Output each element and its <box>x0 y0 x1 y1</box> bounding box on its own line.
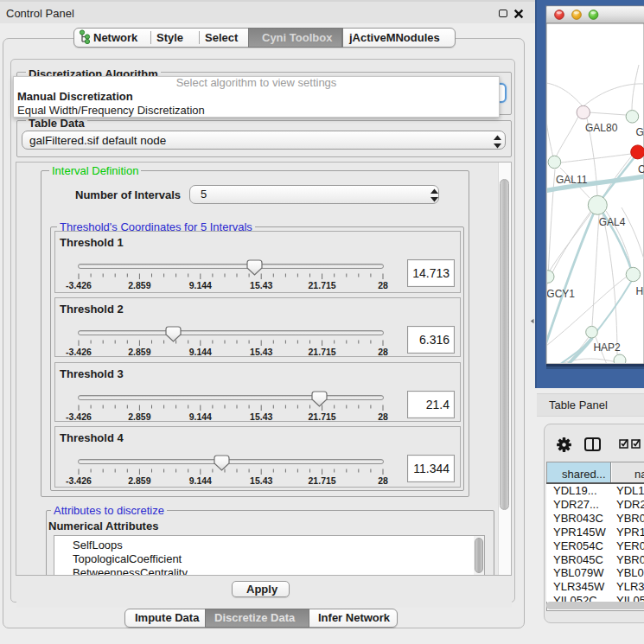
svg-text:GCY1: GCY1 <box>546 288 575 300</box>
svg-text:CB: CB <box>638 163 644 175</box>
svg-text:HI: HI <box>636 285 644 297</box>
svg-text:HAP2: HAP2 <box>593 341 621 354</box>
svg-text:GAL80: GAL80 <box>585 122 618 134</box>
svg-text:GA: GA <box>636 126 644 138</box>
svg-text:GAL11: GAL11 <box>556 174 588 186</box>
svg-text:GAL4: GAL4 <box>599 216 626 228</box>
